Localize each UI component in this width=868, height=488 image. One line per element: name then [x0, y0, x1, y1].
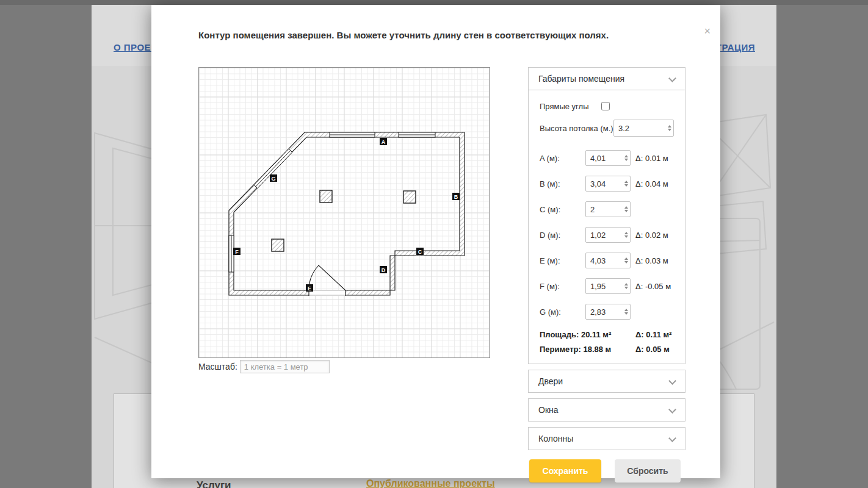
plan-canvas[interactable]: A G B C D E F	[198, 67, 490, 358]
chevron-down-icon	[668, 377, 676, 385]
stepper[interactable]	[624, 257, 628, 264]
ceiling-stepper[interactable]	[668, 125, 671, 131]
stepper-up-icon[interactable]	[668, 125, 671, 127]
close-icon[interactable]: ×	[704, 26, 711, 37]
save-button[interactable]: Сохранить	[529, 459, 601, 483]
svg-text:C: C	[418, 249, 422, 255]
scale-label: Масштаб:	[198, 360, 237, 371]
door-arc	[309, 265, 345, 290]
stepper-down-icon[interactable]	[624, 287, 628, 289]
wall-length-input-e[interactable]	[585, 253, 631, 268]
stepper-down-icon[interactable]	[624, 210, 628, 212]
svg-text:A: A	[382, 139, 386, 145]
svg-text:F: F	[235, 249, 239, 255]
wall-length-input-d[interactable]	[585, 227, 631, 243]
stepper-up-icon[interactable]	[624, 257, 628, 260]
wall-row-d: D (м): Δ: 0.02 м	[540, 227, 674, 243]
wall-length-input-b[interactable]	[585, 176, 631, 192]
area-label: Площадь: 20.11 м²	[540, 330, 635, 339]
top-dark-band	[0, 0, 868, 5]
accordion-doors-label: Двери	[538, 376, 563, 386]
modal-actions: Сохранить Сбросить	[529, 459, 681, 483]
right-angles-label: Прямые углы	[540, 102, 601, 111]
svg-text:E: E	[308, 285, 311, 292]
wall-length-input-a[interactable]	[585, 150, 631, 166]
area-row: Площадь: 20.11 м² Δ: 0.11 м²	[540, 329, 674, 339]
stepper[interactable]	[624, 206, 628, 212]
ceiling-height-input[interactable]	[613, 120, 674, 137]
stepper-up-icon[interactable]	[624, 181, 628, 183]
window-diagonal	[254, 149, 292, 188]
wall-marker-c[interactable]: C	[416, 248, 424, 255]
wall-marker-e[interactable]: E	[306, 284, 313, 292]
stepper[interactable]	[624, 181, 628, 187]
stepper-up-icon[interactable]	[624, 232, 628, 234]
scale-input[interactable]	[240, 360, 330, 373]
published-projects-heading[interactable]: Опубликованные проекты	[366, 478, 495, 488]
stepper-up-icon[interactable]	[624, 155, 628, 157]
ceiling-height-label: Высота потолка (м.)	[540, 124, 613, 133]
accordion-doors[interactable]: Двери	[528, 370, 685, 393]
wall-label: G (м):	[540, 307, 585, 317]
accordion-dimensions-label: Габариты помещения	[538, 74, 624, 84]
wall-ring	[229, 132, 465, 295]
wall-length-input-f[interactable]	[585, 278, 631, 294]
accordion-dimensions[interactable]: Габариты помещения	[528, 67, 685, 90]
room-contour-modal: Контур помещения завершен. Вы можете уто…	[151, 5, 720, 478]
stepper[interactable]	[624, 283, 628, 289]
services-heading[interactable]: Услуги	[197, 479, 231, 488]
wall-label: E (м):	[540, 256, 585, 265]
wall-row-e: E (м): Δ: 0.03 м	[540, 253, 674, 268]
area-delta: Δ: 0.11 м²	[635, 330, 671, 339]
stepper[interactable]	[624, 232, 628, 238]
wall-marker-g[interactable]: G	[270, 174, 277, 182]
wall-row-a: A (м): Δ: 0.01 м	[540, 150, 674, 166]
perimeter-delta: Δ: 0.05 м	[635, 345, 670, 354]
wall-row-b: B (м): Δ: 0.04 м	[540, 176, 674, 192]
stepper-down-icon[interactable]	[624, 159, 628, 161]
wall-marker-d[interactable]: D	[380, 266, 387, 273]
ceiling-row: Высота потолка (м.)	[540, 120, 674, 137]
wall-marker-a[interactable]: A	[380, 138, 387, 145]
svg-text:B: B	[454, 194, 458, 200]
right-angles-row: Прямые углы	[540, 100, 674, 112]
accordion-windows-label: Окна	[538, 405, 559, 415]
stepper-down-icon[interactable]	[668, 129, 671, 131]
wall-length-input-g[interactable]	[585, 304, 631, 320]
wall-marker-f[interactable]: F	[233, 248, 241, 255]
door	[309, 265, 345, 296]
wall-row-f: F (м): Δ: -0.05 м	[540, 278, 674, 294]
scale-row: Масштаб:	[198, 360, 330, 373]
accordion-columns[interactable]: Колонны	[528, 427, 685, 450]
perimeter-label: Периметр: 18.88 м	[540, 345, 635, 354]
reset-button[interactable]: Сбросить	[615, 459, 681, 483]
wall-row-g: G (м):	[540, 304, 674, 320]
column-2	[403, 191, 416, 203]
stepper[interactable]	[624, 309, 628, 315]
wall-delta: Δ: 0.04 м	[635, 179, 668, 188]
wall-label: C (м):	[540, 205, 585, 214]
stepper-up-icon[interactable]	[624, 283, 628, 285]
right-angles-checkbox[interactable]	[601, 102, 610, 110]
modal-title: Контур помещения завершен. Вы можете уто…	[198, 30, 687, 40]
wall-delta: Δ: 0.03 м	[635, 256, 668, 265]
chevron-down-icon	[668, 406, 676, 414]
svg-text:D: D	[382, 267, 386, 273]
stepper-down-icon[interactable]	[624, 261, 628, 264]
accordion-columns-label: Колонны	[538, 434, 573, 443]
stepper[interactable]	[624, 155, 628, 161]
perimeter-row: Периметр: 18.88 м Δ: 0.05 м	[540, 344, 674, 354]
window-left	[229, 235, 234, 272]
wall-marker-b[interactable]: B	[452, 193, 460, 200]
wall-delta: Δ: 0.01 м	[635, 154, 668, 163]
stepper-up-icon[interactable]	[624, 309, 628, 311]
stepper-up-icon[interactable]	[624, 206, 628, 209]
accordion-windows[interactable]: Окна	[528, 398, 685, 422]
stepper-down-icon[interactable]	[624, 235, 628, 238]
stepper-down-icon[interactable]	[624, 184, 628, 187]
window-top-2	[399, 132, 435, 137]
stepper-down-icon[interactable]	[624, 312, 628, 315]
window-top-1	[330, 132, 375, 137]
wall-length-input-c[interactable]	[585, 201, 631, 217]
wall-delta: Δ: 0.02 м	[635, 231, 668, 240]
